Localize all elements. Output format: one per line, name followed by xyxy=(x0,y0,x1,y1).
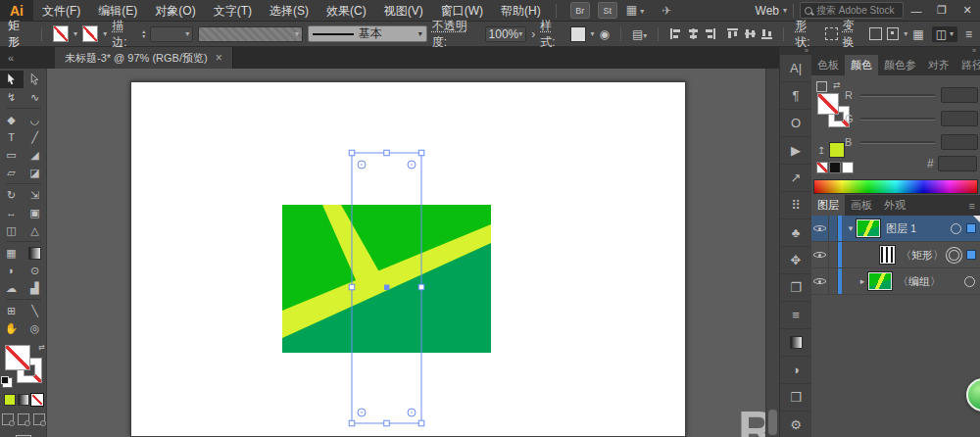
color-tab-4[interactable]: 路径查 xyxy=(956,55,980,75)
align-right-icon[interactable] xyxy=(704,27,715,40)
menu-item-2[interactable]: 对象(O) xyxy=(146,0,204,22)
list-options-icon[interactable]: ≡ xyxy=(965,27,972,41)
eyedropper-tool[interactable]: ◗ xyxy=(0,262,24,279)
stroke-weight-stepper[interactable]: ▴▾ xyxy=(142,29,145,39)
align-top-icon[interactable] xyxy=(726,27,738,40)
color-tab-0[interactable]: 色板 xyxy=(811,55,845,75)
shaper-tool[interactable]: ▱ xyxy=(0,164,24,181)
pen-tool[interactable]: ◆ xyxy=(0,111,24,128)
layers-tab-2[interactable]: 外观 xyxy=(878,195,911,216)
perspective-grid-tool[interactable]: △ xyxy=(24,221,47,239)
zoom-tool[interactable]: ◎ xyxy=(24,319,47,337)
workspace-switcher[interactable]: Web ▾ xyxy=(756,4,787,18)
selection-badge[interactable] xyxy=(966,223,976,233)
layers-menu-icon[interactable]: ≡ xyxy=(969,200,980,212)
blend-tool[interactable]: ⊙ xyxy=(24,262,47,279)
close-button[interactable]: ✕ xyxy=(955,4,980,17)
more-options-icon[interactable]: › xyxy=(531,27,535,41)
target-icon[interactable] xyxy=(951,223,961,234)
document-setup-icon[interactable]: ▤▾ xyxy=(632,27,647,41)
style-swatch[interactable] xyxy=(570,26,585,42)
layer-row-1[interactable]: 〈矩形〉 xyxy=(811,242,980,268)
appearance-panel-icon[interactable]: ❒ xyxy=(780,384,811,412)
chevron-down-icon[interactable]: ▾ xyxy=(74,29,77,38)
layer-row-2[interactable]: ▸〈编组〉 xyxy=(811,268,980,295)
lock-cell[interactable] xyxy=(829,268,838,294)
layer-thumbnail[interactable] xyxy=(880,246,895,264)
layers-tab-0[interactable]: 图层 xyxy=(811,195,845,216)
lock-cell[interactable] xyxy=(829,242,838,267)
align-vertical-center-icon[interactable] xyxy=(744,27,756,40)
panel-toggle-button[interactable]: ◫ ▾ xyxy=(932,26,957,42)
visibility-cell[interactable] xyxy=(811,242,829,267)
menu-item-6[interactable]: 视图(V) xyxy=(375,0,432,22)
color-tab-1[interactable]: 颜色 xyxy=(845,55,878,75)
curvature-tool[interactable]: ◡ xyxy=(24,111,47,128)
none-button[interactable] xyxy=(31,394,43,406)
selection-handle[interactable] xyxy=(384,420,390,426)
shape-properties-icon[interactable] xyxy=(825,27,837,40)
menu-item-3[interactable]: 文字(T) xyxy=(205,0,261,22)
menu-item-4[interactable]: 选择(S) xyxy=(261,0,318,22)
default-fill-stroke-icon[interactable] xyxy=(2,377,13,388)
gradient-button[interactable] xyxy=(18,394,29,406)
minimize-button[interactable]: — xyxy=(904,5,929,17)
bridge-button[interactable]: Br xyxy=(570,2,590,19)
panel-fill-swatch[interactable] xyxy=(817,93,839,115)
transparency-panel-icon[interactable]: ◑ xyxy=(780,357,811,384)
document-tab[interactable]: 未标题-3* @ 97% (RGB/预览) × xyxy=(55,47,233,69)
color-tab-3[interactable]: 对齐 xyxy=(922,55,956,75)
channel-slider[interactable] xyxy=(860,141,935,144)
symbol-tools-panel-icon[interactable]: ✥ xyxy=(780,247,811,274)
graph-tool[interactable]: ▟ xyxy=(24,279,47,297)
lock-cell[interactable] xyxy=(829,216,838,241)
brush-definition-select[interactable]: ▾ xyxy=(198,26,303,42)
shape-label[interactable]: 形状: xyxy=(795,18,820,51)
pathfinder-panel-icon[interactable]: ❐ xyxy=(780,274,811,302)
last-color-control[interactable]: ↥ xyxy=(817,142,845,158)
swap-fill-stroke-icon[interactable]: ⇄ xyxy=(38,343,45,352)
swap-colors-icon[interactable]: ⇄ xyxy=(833,80,841,90)
layer-thumbnail[interactable] xyxy=(868,272,892,290)
isolate-selection-icon[interactable] xyxy=(887,27,899,40)
visibility-cell[interactable] xyxy=(811,268,829,294)
channel-slider[interactable] xyxy=(860,118,935,121)
target-icon[interactable] xyxy=(964,276,975,287)
collapse-tools-icon[interactable]: « xyxy=(0,52,55,64)
chevron-down-icon[interactable]: ▾ xyxy=(904,29,907,38)
shape-builder-tool[interactable]: ◫ xyxy=(0,221,24,239)
layer-row-0[interactable]: ▾图层 1 xyxy=(811,216,980,242)
color-spectrum[interactable] xyxy=(813,179,978,194)
character-panel-icon[interactable]: A| xyxy=(780,55,811,82)
rectangle-tool[interactable]: ▭ xyxy=(0,146,24,164)
selection-handle[interactable] xyxy=(418,420,424,426)
expand-chevron-icon[interactable]: ▸ xyxy=(857,276,868,286)
selection-badge[interactable] xyxy=(966,250,976,260)
magic-wand-tool[interactable]: ↯ xyxy=(0,88,24,106)
direct-selection-tool[interactable] xyxy=(24,71,47,88)
none-swatch[interactable] xyxy=(816,162,828,173)
hand-tool[interactable]: ✋ xyxy=(0,319,24,337)
collapse-dock-icon[interactable]: » xyxy=(811,47,980,55)
eraser-tool[interactable]: ◪ xyxy=(24,164,47,181)
fill-color-swatch[interactable] xyxy=(53,25,69,42)
collapse-dock-icon[interactable]: » xyxy=(780,47,811,55)
opentype-panel-icon[interactable]: O xyxy=(780,110,811,137)
menu-item-5[interactable]: 效果(C) xyxy=(318,0,375,22)
selection-handle[interactable] xyxy=(349,150,355,156)
symbol-sprayer-tool[interactable]: ☁ xyxy=(0,279,24,297)
layer-label[interactable]: 〈矩形〉 xyxy=(901,248,944,263)
paintbrush-tool[interactable]: ◢ xyxy=(24,146,47,164)
mini-fill-stroke-icon[interactable] xyxy=(816,81,827,92)
vertical-scrollbar[interactable] xyxy=(765,69,779,437)
channel-value-input[interactable] xyxy=(941,134,978,150)
line-segment-tool[interactable]: ╱ xyxy=(24,128,47,146)
align-bottom-icon[interactable] xyxy=(760,27,772,40)
layer-label[interactable]: 〈编组〉 xyxy=(898,274,941,289)
menu-item-0[interactable]: 文件(F) xyxy=(33,0,89,22)
stroke-profile-select[interactable]: 基本 ▾ xyxy=(308,25,427,42)
chevron-down-icon[interactable]: ▾ xyxy=(591,29,595,38)
visibility-cell[interactable] xyxy=(811,216,829,241)
black-swatch[interactable] xyxy=(829,162,841,173)
stock-search-input[interactable]: 搜索 Adobe Stock xyxy=(800,2,904,19)
